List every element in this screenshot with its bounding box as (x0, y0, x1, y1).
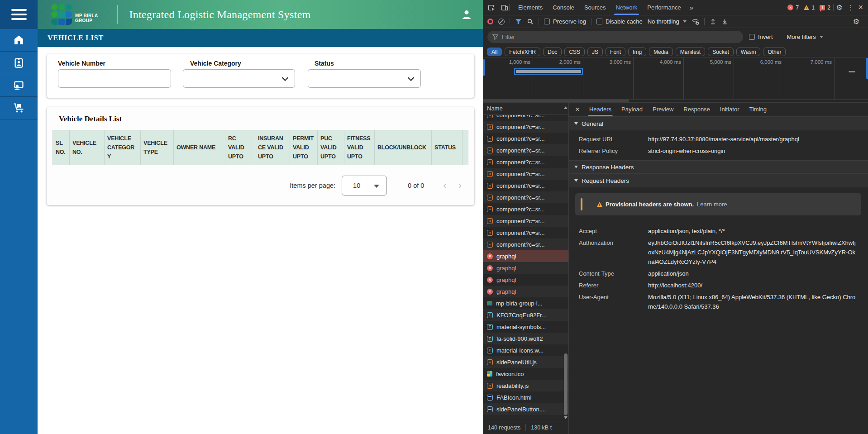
details-tab[interactable]: Preview (648, 103, 678, 116)
request-row[interactable]: graphql (483, 286, 568, 297)
request-row[interactable]: component?c=sr... (483, 121, 568, 133)
name-column-header[interactable]: Name (483, 103, 568, 115)
request-row[interactable]: fa-solid-900.woff2 (483, 333, 568, 344)
next-page-button[interactable]: › (458, 181, 462, 191)
type-filter-chip[interactable]: All (487, 48, 502, 56)
type-filter-chip[interactable]: Other (763, 48, 786, 56)
type-filter-chip[interactable]: Socket (708, 48, 734, 56)
request-headers-section-header[interactable]: Request Headers (569, 174, 868, 187)
preserve-log-checkbox[interactable]: Preserve log (544, 18, 586, 25)
request-row[interactable]: component?c=sr... (483, 156, 568, 168)
timeline-overview[interactable]: 1,000 ms2,000 ms3,000 ms4,000 ms5,000 ms… (483, 57, 868, 100)
timeline-selection[interactable] (514, 68, 583, 75)
request-row[interactable]: favicon.ico (483, 368, 568, 380)
request-row[interactable]: graphql (483, 250, 568, 262)
request-row[interactable]: component?c=sr... (483, 180, 568, 191)
inspect-element-icon[interactable] (487, 3, 496, 12)
invert-checkbox[interactable]: Invert (749, 33, 773, 40)
general-section-header[interactable]: General (569, 117, 868, 130)
scroll-up-icon[interactable] (564, 106, 568, 109)
type-filter-chip[interactable]: Manifest (676, 48, 705, 56)
request-row[interactable]: component?c=sr... (483, 133, 568, 144)
close-details-icon[interactable]: × (571, 105, 584, 114)
status-select[interactable] (308, 69, 421, 88)
devtools-tab[interactable]: Sources (579, 0, 611, 15)
clear-icon[interactable] (498, 19, 505, 25)
record-icon[interactable] (487, 19, 493, 24)
request-row[interactable]: FABIcon.html (483, 391, 568, 403)
timeline-left-handle[interactable] (483, 59, 485, 76)
vehicle-number-input[interactable] (58, 69, 171, 88)
more-tabs-icon[interactable]: » (686, 4, 697, 11)
search-icon[interactable] (527, 18, 534, 25)
type-filter-chip[interactable]: Img (628, 48, 646, 56)
request-row[interactable]: component?c=sr... (483, 168, 568, 180)
request-row[interactable]: material-icons.w... (483, 344, 568, 356)
request-row[interactable]: component?c=sr... (483, 227, 568, 238)
sidebar-item-copresent[interactable] (0, 74, 38, 97)
type-filter-chip[interactable]: JS (587, 48, 603, 56)
type-filter-chip[interactable]: Fetch/XHR (505, 48, 540, 56)
request-row[interactable]: material-symbols... (483, 321, 568, 333)
details-tab[interactable]: Headers (584, 103, 616, 116)
timeline-scroll-strip[interactable] (483, 100, 868, 103)
menu-icon[interactable] (11, 9, 27, 20)
details-tab[interactable]: Response (678, 103, 715, 116)
request-row[interactable]: sidePanelUtil.js (483, 356, 568, 368)
timeline-right-handle[interactable] (866, 58, 868, 79)
sidebar-item-home[interactable] (0, 29, 38, 52)
export-har-icon[interactable] (721, 18, 728, 25)
filter-input[interactable] (502, 33, 738, 40)
import-har-icon[interactable] (710, 18, 716, 25)
settings-gear-icon[interactable]: ⚙ (834, 3, 844, 12)
sidebar-item-trolley[interactable] (0, 97, 38, 119)
filter-funnel-icon[interactable] (515, 18, 522, 25)
scrollbar-thumb[interactable] (564, 353, 568, 415)
network-settings-gear-icon[interactable]: ⚙ (851, 17, 862, 26)
type-filter-chip[interactable]: Wasm (736, 48, 761, 56)
request-row[interactable]: component?c=sr... (483, 238, 568, 250)
learn-more-link[interactable]: Learn more (697, 201, 727, 208)
request-row[interactable]: KFO7CnqEu92Fr... (483, 309, 568, 321)
request-row[interactable]: graphql (483, 262, 568, 274)
request-row[interactable]: component?c=sr... (483, 191, 568, 203)
details-tab[interactable]: Payload (616, 103, 648, 116)
previous-page-button[interactable]: ‹ (443, 181, 446, 191)
user-icon[interactable] (460, 8, 473, 21)
details-tab[interactable]: Timing (744, 103, 772, 116)
requests-scrollbar[interactable] (563, 103, 568, 421)
request-row[interactable]: component?c=sr... (483, 115, 568, 121)
filter-card: Vehicle Number Vehicle Category Status (47, 54, 474, 98)
network-conditions-icon[interactable] (692, 18, 699, 25)
devtools-tab[interactable]: Network (611, 0, 643, 15)
request-row[interactable]: component?c=sr... (483, 215, 568, 227)
request-row[interactable]: mp-birla-group-i... (483, 297, 568, 309)
devtools-tab[interactable]: Console (548, 0, 579, 15)
disable-cache-checkbox[interactable]: Disable cache (596, 18, 643, 25)
kebab-menu-icon[interactable]: ⋮ (844, 4, 856, 12)
request-row[interactable]: graphql (483, 274, 568, 286)
response-headers-section-header[interactable]: Response Headers (569, 160, 868, 174)
type-filter-chip[interactable]: Font (606, 48, 625, 56)
warning-badge-icon[interactable] (804, 5, 809, 10)
request-row[interactable]: component?c=sr... (483, 144, 568, 156)
vehicle-category-select[interactable] (183, 69, 295, 88)
details-tab[interactable]: Initiator (715, 103, 744, 116)
device-toolbar-icon[interactable] (500, 3, 509, 12)
page-size-select[interactable]: 10 (342, 176, 387, 196)
type-filter-chip[interactable]: Doc (543, 48, 562, 56)
request-row[interactable]: readability.js (483, 380, 568, 391)
more-filters-button[interactable]: More filters (787, 33, 823, 40)
throttling-select[interactable]: No throttling (648, 18, 687, 25)
issues-badge-icon[interactable]: ! (820, 5, 825, 10)
error-badge-icon[interactable]: × (787, 5, 793, 10)
devtools-tab[interactable]: Elements (513, 0, 548, 15)
devtools-tab[interactable]: Performance (642, 0, 686, 15)
close-devtools-icon[interactable]: × (856, 3, 865, 12)
scroll-down-icon[interactable] (564, 416, 568, 419)
request-row[interactable]: sidePanelButton.... (483, 403, 568, 415)
type-filter-chip[interactable]: Media (649, 48, 673, 56)
type-filter-chip[interactable]: CSS (564, 48, 585, 56)
request-row[interactable]: component?c=sr... (483, 203, 568, 215)
sidebar-item-badge[interactable] (0, 52, 38, 74)
